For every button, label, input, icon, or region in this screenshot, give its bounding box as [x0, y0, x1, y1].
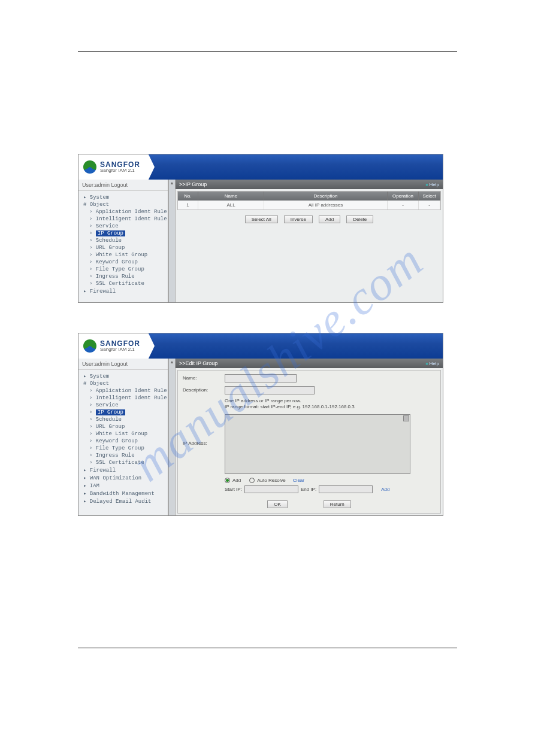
brand-area: SANGFOR Sangfor IAM 2.1 [78, 333, 155, 359]
sidebar-item[interactable]: # Object [80, 201, 167, 208]
sidebar: User:admin Logout ▸ System# Object› Appl… [78, 359, 168, 515]
end-ip-input[interactable] [319, 485, 373, 493]
sidebar-item[interactable]: › URL Group [80, 423, 167, 430]
sidebar-item[interactable]: › Application Ident Rule [80, 208, 167, 215]
sangfor-logo-icon [83, 339, 96, 353]
brand-area: SANGFOR Sangfor IAM 2.1 [78, 154, 155, 180]
name-input[interactable] [225, 374, 297, 382]
sidebar-item[interactable]: › Service [80, 223, 167, 230]
sidebar-item[interactable]: › Intelligent Ident Rule [80, 215, 167, 223]
sidebar-item[interactable]: › Ingress Rule [80, 273, 167, 280]
sidebar: User:admin Logout ▸ System# Object› Appl… [78, 180, 168, 302]
sidebar-item[interactable]: ▸ Bandwidth Management [80, 490, 167, 497]
sidebar-item[interactable]: ▸ Delayed Email Audit [80, 497, 167, 505]
sidebar-item-selected[interactable]: › IP Group [80, 230, 167, 237]
help-link[interactable]: Help [425, 361, 439, 366]
sidebar-item[interactable]: ▸ System [80, 372, 167, 380]
description-input[interactable] [225, 386, 315, 394]
ip-hint: One IP address or IP range per row. IP r… [225, 398, 355, 411]
brand-sub: Sangfor IAM 2.1 [100, 168, 140, 173]
sidebar-item[interactable]: › Keyword Group [80, 259, 167, 266]
col-op: Operation [388, 192, 419, 201]
select-all-button[interactable]: Select All [245, 215, 278, 223]
sidebar-item[interactable]: › File Type Group [80, 445, 167, 452]
start-ip-input[interactable] [244, 485, 298, 493]
sidebar-item[interactable]: ▸ System [80, 193, 167, 201]
col-desc: Description [264, 192, 388, 201]
end-ip-label: End IP: [301, 487, 316, 492]
user-info[interactable]: User:admin Logout [82, 182, 128, 188]
inverse-button[interactable]: Inverse [284, 215, 313, 223]
screenshot-ip-group-list: SANGFOR Sangfor IAM 2.1 User:admin Logou… [78, 154, 443, 303]
sidebar-collapse-handle[interactable]: ▲ [168, 359, 176, 515]
help-link[interactable]: Help [425, 182, 439, 187]
page-title: >>IP Group [179, 181, 207, 187]
sidebar-collapse-handle[interactable]: ▲ [168, 180, 176, 302]
sidebar-item[interactable]: › White List Group [80, 430, 167, 438]
content-header: >>Edit IP Group Help [176, 359, 443, 368]
ip-address-label: IP Address: [183, 414, 225, 446]
user-info[interactable]: User:admin Logout [82, 361, 128, 367]
description-label: Description: [183, 386, 225, 393]
sidebar-item[interactable]: › SSL Certificate [80, 280, 167, 287]
ip-group-table: No. Name Description Operation Select 1 … [177, 191, 441, 210]
add-button[interactable]: Add [319, 215, 340, 223]
screenshot-edit-ip-group: SANGFOR Sangfor IAM 2.1 User:admin Logou… [78, 333, 443, 516]
sidebar-item[interactable]: ▸ WAN Optimization [80, 474, 167, 482]
sidebar-item[interactable]: › Service [80, 402, 167, 409]
sidebar-item-selected[interactable]: › IP Group [80, 409, 167, 416]
table-row[interactable]: 1 ALL All IP addresses - - [178, 201, 440, 210]
top-banner: SANGFOR Sangfor IAM 2.1 [78, 333, 443, 359]
sidebar-item[interactable]: ▸ IAM [80, 482, 167, 490]
sidebar-item[interactable]: ▸ Firewall [80, 466, 167, 474]
col-name: Name [198, 192, 264, 201]
sidebar-item[interactable]: ▸ Firewall [80, 287, 167, 295]
sidebar-item[interactable]: › Intelligent Ident Rule [80, 394, 167, 402]
sidebar-item[interactable]: › SSL Certificate [80, 459, 167, 466]
page-title: >>Edit IP Group [179, 360, 217, 366]
top-banner: SANGFOR Sangfor IAM 2.1 [78, 154, 443, 180]
add-radio[interactable] [225, 478, 230, 483]
edit-form: Name: Description: One IP address or IP … [177, 370, 441, 514]
auto-resolve-radio[interactable] [249, 478, 255, 483]
sidebar-item[interactable]: › Keyword Group [80, 438, 167, 445]
sidebar-item[interactable]: › Ingress Rule [80, 452, 167, 459]
scrollbar-thumb[interactable] [403, 415, 409, 421]
delete-button[interactable]: Delete [346, 215, 373, 223]
sidebar-item[interactable]: › White List Group [80, 251, 167, 259]
sidebar-item[interactable]: › Schedule [80, 416, 167, 423]
col-no: No. [178, 192, 198, 201]
ip-address-textarea[interactable] [225, 414, 410, 474]
return-button[interactable]: Return [324, 500, 351, 508]
add-ip-link[interactable]: Add [381, 487, 389, 492]
sidebar-item[interactable]: › Schedule [80, 237, 167, 244]
sidebar-item[interactable]: # Object [80, 380, 167, 387]
add-radio-label: Add [232, 478, 241, 483]
brand-sub: Sangfor IAM 2.1 [100, 347, 140, 352]
col-sel: Select [419, 192, 440, 201]
content-header: >>IP Group Help [176, 180, 443, 189]
ok-button[interactable]: OK [267, 500, 288, 508]
sidebar-item[interactable]: › File Type Group [80, 266, 167, 273]
clear-link[interactable]: Clear [293, 478, 304, 483]
sangfor-logo-icon [83, 160, 96, 174]
auto-resolve-label: Auto Resolve [257, 478, 286, 483]
name-label: Name: [183, 374, 225, 381]
start-ip-label: Start IP: [225, 487, 242, 492]
sidebar-item[interactable]: › Application Ident Rule [80, 387, 167, 394]
sidebar-item[interactable]: › URL Group [80, 244, 167, 251]
